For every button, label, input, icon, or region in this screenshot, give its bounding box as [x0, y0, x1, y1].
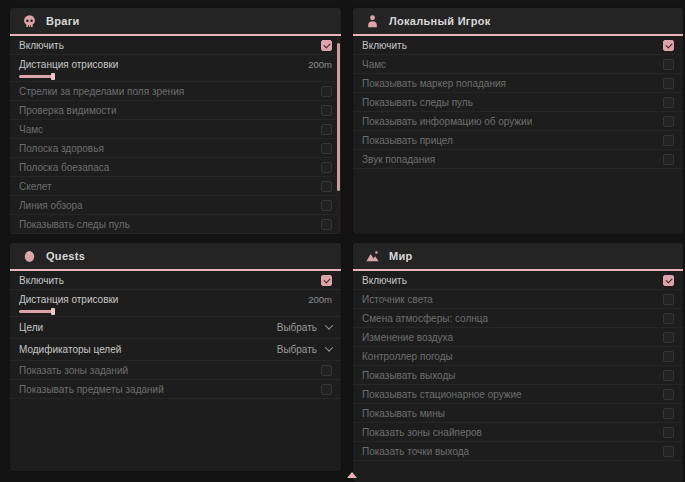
checkbox[interactable] — [321, 275, 332, 286]
toggle-row[interactable]: Показывать стационарное оружие — [353, 385, 683, 404]
toggle-row[interactable]: Включить — [10, 271, 341, 290]
setting-label: Включить — [362, 275, 407, 286]
checkbox[interactable] — [663, 275, 674, 286]
checkbox[interactable] — [321, 219, 332, 230]
slider-row[interactable]: Дистанция отрисовки200m — [10, 290, 341, 317]
toggle-row[interactable]: Показывать следы пуль — [353, 93, 683, 112]
toggle-row[interactable]: Показывать следы пуль — [10, 215, 341, 234]
toggle-row[interactable]: Стрелки за пределами поля зрения — [10, 82, 341, 101]
toggle-row[interactable]: Показать зоны снайперов — [353, 423, 683, 442]
dropdown-value: Выбрать — [277, 344, 317, 355]
scrollbar-thumb[interactable] — [337, 43, 340, 191]
toggle-row[interactable]: Полоска здоровья — [10, 139, 341, 158]
checkbox[interactable] — [321, 40, 332, 51]
check-icon — [665, 41, 672, 48]
toggle-row[interactable]: Показывать предметы заданий — [10, 380, 341, 399]
toggle-row[interactable]: Изменение воздуха — [353, 328, 683, 347]
checkbox[interactable] — [321, 105, 332, 116]
checkbox[interactable] — [321, 200, 332, 211]
setting-label: Проверка видимости — [19, 105, 117, 116]
checkbox[interactable] — [663, 427, 674, 438]
dropdown-value: Выбрать — [277, 322, 317, 333]
setting-label: Звук попадания — [362, 154, 435, 165]
chevron-down-icon — [325, 321, 333, 329]
setting-label: Источник света — [362, 294, 433, 305]
setting-label: Показывать информацию об оружии — [362, 116, 532, 127]
toggle-row[interactable]: Включить — [353, 271, 683, 290]
panel-body: ВключитьДистанция отрисовки200mСтрелки з… — [10, 36, 341, 234]
checkbox[interactable] — [321, 124, 332, 135]
setting-label: Показывать мины — [362, 408, 445, 419]
checkbox[interactable] — [663, 446, 674, 457]
setting-label: Включить — [19, 40, 64, 51]
toggle-row[interactable]: Показывать маркер попадания — [353, 74, 683, 93]
toggle-row[interactable]: Показывать прицел — [353, 131, 683, 150]
panel-quests: Quests ВключитьДистанция отрисовки200mЦе… — [10, 243, 341, 471]
checkbox[interactable] — [321, 162, 332, 173]
mountain-icon — [365, 249, 380, 264]
scrollbar[interactable] — [337, 36, 340, 232]
panel-header: Враги — [10, 8, 341, 36]
scroll-up-indicator-icon — [347, 472, 357, 478]
toggle-row[interactable]: Показать зоны заданий — [10, 361, 341, 380]
toggle-row[interactable]: Показывать информацию об оружии — [353, 112, 683, 131]
checkbox[interactable] — [663, 389, 674, 400]
toggle-row[interactable]: Смена атмосферы: солнца — [353, 309, 683, 328]
toggle-row[interactable]: Контроллер погоды — [353, 347, 683, 366]
toggle-row[interactable]: Звук попадания — [353, 150, 683, 169]
setting-label: Смена атмосферы: солнца — [362, 313, 488, 324]
slider-row[interactable]: Дистанция отрисовки200m — [10, 55, 341, 82]
checkbox[interactable] — [321, 143, 332, 154]
checkbox[interactable] — [321, 86, 332, 97]
checkbox[interactable] — [663, 408, 674, 419]
panel-enemies: Враги ВключитьДистанция отрисовки200mСтр… — [10, 8, 341, 234]
toggle-row[interactable]: Показывать мины — [353, 404, 683, 423]
toggle-row[interactable]: Полоска боезапаса — [10, 158, 341, 177]
slider-handle[interactable] — [51, 308, 55, 315]
checkbox[interactable] — [663, 97, 674, 108]
setting-label: Контроллер погоды — [362, 351, 453, 362]
checkbox[interactable] — [663, 313, 674, 324]
setting-label: Модификаторы целей — [19, 344, 121, 355]
panel-body: ВключитьДистанция отрисовки200mЦелиВыбра… — [10, 271, 341, 399]
checkbox[interactable] — [663, 294, 674, 305]
dropdown[interactable]: Выбрать — [277, 322, 332, 333]
setting-label: Показывать предметы заданий — [19, 384, 164, 395]
panel-header: Локальный Игрок — [353, 8, 683, 36]
checkbox[interactable] — [663, 40, 674, 51]
check-icon — [665, 276, 672, 283]
checkbox[interactable] — [663, 370, 674, 381]
setting-label: Показать точки выхода — [362, 446, 469, 457]
toggle-row[interactable]: Включить — [353, 36, 683, 55]
toggle-row[interactable]: Чамс — [353, 55, 683, 74]
slider-handle[interactable] — [51, 73, 55, 80]
setting-value: 200m — [308, 294, 332, 305]
toggle-row[interactable]: Линия обзора — [10, 196, 341, 215]
checkbox[interactable] — [663, 135, 674, 146]
toggle-row[interactable]: Чамс — [10, 120, 341, 139]
setting-label: Стрелки за пределами поля зрения — [19, 86, 184, 97]
checkbox[interactable] — [663, 116, 674, 127]
checkbox[interactable] — [663, 59, 674, 70]
select-row[interactable]: ЦелиВыбрать — [10, 317, 341, 339]
dropdown[interactable]: Выбрать — [277, 344, 332, 355]
checkbox[interactable] — [663, 332, 674, 343]
select-row[interactable]: Модификаторы целейВыбрать — [10, 339, 341, 361]
checkbox[interactable] — [663, 351, 674, 362]
checkbox[interactable] — [663, 78, 674, 89]
slider[interactable] — [19, 307, 141, 316]
checkbox[interactable] — [321, 384, 332, 395]
toggle-row[interactable]: Показывать выходы — [353, 366, 683, 385]
checkbox[interactable] — [663, 154, 674, 165]
toggle-row[interactable]: Скелет — [10, 177, 341, 196]
setting-label: Включить — [362, 40, 407, 51]
toggle-row[interactable]: Показать точки выхода — [353, 442, 683, 461]
toggle-row[interactable]: Включить — [10, 36, 341, 55]
toggle-row[interactable]: Проверка видимости — [10, 101, 341, 120]
slider[interactable] — [19, 72, 141, 81]
setting-label: Цели — [19, 322, 43, 333]
toggle-row[interactable]: Источник света — [353, 290, 683, 309]
checkbox[interactable] — [321, 181, 332, 192]
panel-header: Quests — [10, 243, 341, 271]
checkbox[interactable] — [321, 365, 332, 376]
